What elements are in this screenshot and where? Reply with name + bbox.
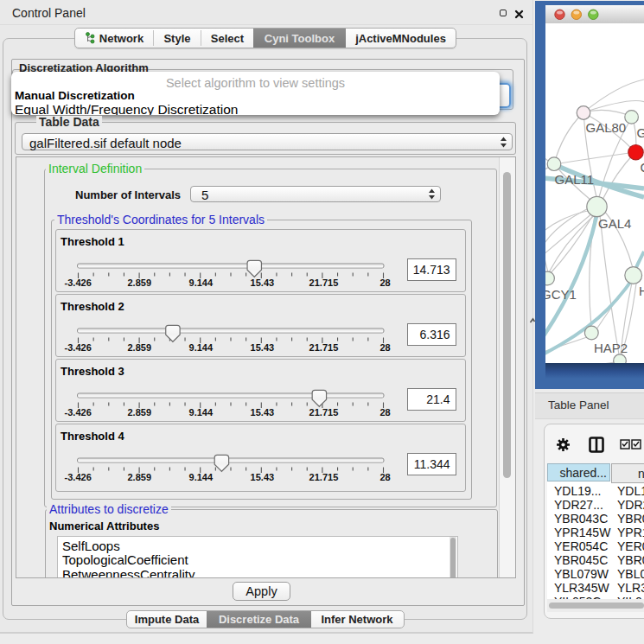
svg-text:GAL80: GAL80 (586, 120, 627, 135)
svg-text:9.144: 9.144 (189, 407, 214, 418)
svg-text:15.43: 15.43 (251, 277, 275, 288)
svg-text:-3.426: -3.426 (65, 407, 92, 418)
svg-text:-3.426: -3.426 (65, 342, 92, 353)
svg-text:9.144: 9.144 (189, 342, 214, 353)
svg-text:HAP2: HAP2 (594, 341, 628, 355)
svg-text:2.859: 2.859 (127, 407, 151, 418)
svg-text:21.715: 21.715 (309, 277, 339, 288)
svg-text:28: 28 (379, 342, 390, 353)
svg-text:2.859: 2.859 (127, 472, 151, 482)
svg-text:H: H (639, 284, 644, 298)
svg-text:GAL4: GAL4 (598, 216, 631, 231)
svg-text:C: C (641, 160, 644, 175)
svg-text:GAL11: GAL11 (555, 172, 595, 187)
svg-text:28: 28 (379, 277, 390, 288)
svg-text:GA: GA (637, 125, 644, 140)
svg-text:-3.426: -3.426 (65, 277, 92, 288)
svg-text:15.43: 15.43 (251, 472, 275, 482)
svg-text:2.859: 2.859 (127, 342, 151, 353)
svg-text:28: 28 (379, 472, 390, 482)
svg-text:21.715: 21.715 (309, 472, 339, 482)
svg-text:21.715: 21.715 (309, 342, 339, 353)
svg-text:-3.426: -3.426 (65, 472, 92, 482)
svg-text:15.43: 15.43 (251, 407, 275, 418)
svg-text:2.859: 2.859 (127, 277, 151, 288)
svg-text:9.144: 9.144 (189, 277, 214, 288)
svg-text:21.715: 21.715 (309, 407, 339, 418)
svg-text:15.43: 15.43 (251, 342, 275, 353)
svg-text:28: 28 (379, 407, 390, 418)
svg-text:GCY1: GCY1 (545, 287, 577, 302)
svg-text:9.144: 9.144 (189, 472, 214, 482)
